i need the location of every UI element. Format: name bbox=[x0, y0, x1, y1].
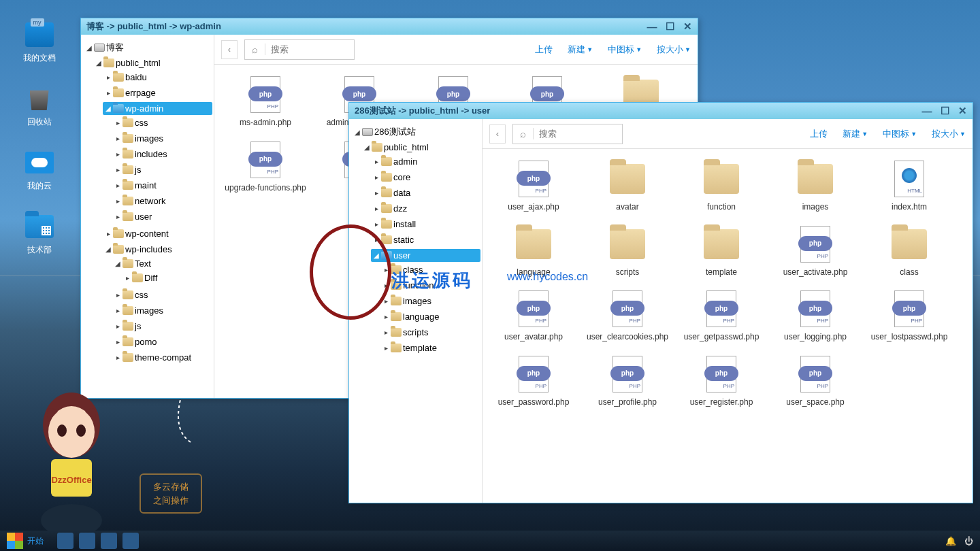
maximize-button[interactable]: ☐ bbox=[665, 22, 674, 31]
file-item[interactable]: ms-admin.php bbox=[221, 76, 310, 129]
tree-item[interactable]: ▸ function bbox=[380, 279, 480, 292]
minimize-button[interactable]: — bbox=[647, 22, 657, 31]
desktop-icon-tech[interactable]: 技术部 bbox=[20, 212, 58, 256]
file-item[interactable]: index.htm bbox=[865, 160, 953, 213]
file-item[interactable]: class bbox=[865, 225, 953, 278]
titlebar[interactable]: 286测试站 -> public_html -> user — ☐ ✕ bbox=[349, 103, 973, 119]
file-item[interactable]: template bbox=[677, 225, 766, 278]
minimize-button[interactable]: — bbox=[922, 106, 932, 116]
power-icon[interactable]: ⏻ bbox=[964, 536, 973, 546]
file-item[interactable]: user_getpasswd.php bbox=[677, 290, 766, 343]
file-item[interactable]: function bbox=[677, 160, 766, 213]
file-item[interactable]: user_profile.php bbox=[583, 355, 672, 408]
tree-item[interactable]: ▸ images bbox=[112, 132, 212, 145]
file-item[interactable]: user_ajax.php bbox=[489, 160, 578, 213]
svg-point-3 bbox=[76, 424, 86, 437]
tree-item[interactable]: ▸ pomo bbox=[112, 335, 212, 348]
sort-button[interactable]: 按大小▼ bbox=[932, 128, 966, 140]
tree-item[interactable]: ▸ maint bbox=[112, 179, 212, 192]
php-icon bbox=[704, 290, 739, 328]
tree-item[interactable]: ▸ js bbox=[112, 320, 212, 333]
tree-item[interactable]: ◢ user bbox=[371, 249, 480, 262]
tree-item[interactable]: ▸ wp-content bbox=[103, 227, 212, 240]
folder-icon bbox=[892, 225, 927, 263]
file-item[interactable]: scripts bbox=[583, 225, 672, 278]
new-button[interactable]: 新建▼ bbox=[568, 44, 593, 56]
file-item[interactable]: user_space.php bbox=[771, 355, 860, 408]
file-item[interactable]: user_clearcookies.php bbox=[583, 290, 672, 343]
file-item[interactable]: user_logging.php bbox=[771, 290, 860, 343]
tree-item[interactable]: ◢ wp-includes bbox=[103, 243, 212, 256]
tree-item[interactable]: ▸ js bbox=[112, 163, 212, 176]
search-box[interactable]: ⌕ bbox=[512, 124, 623, 144]
file-item[interactable]: images bbox=[771, 160, 860, 213]
php-icon bbox=[248, 76, 283, 114]
nav-back-button[interactable]: ‹ bbox=[221, 40, 238, 59]
tree-item[interactable]: ◢ public_html bbox=[93, 56, 212, 69]
file-name: scripts bbox=[616, 267, 640, 278]
tree-item[interactable]: ▸ scripts bbox=[380, 326, 480, 339]
taskbar-item[interactable] bbox=[122, 533, 139, 549]
tree-item[interactable]: ▸ data bbox=[371, 186, 480, 199]
sort-button[interactable]: 按大小▼ bbox=[657, 44, 691, 56]
tree-item[interactable]: ▸ user bbox=[112, 210, 212, 223]
tree-item[interactable]: ▸ images bbox=[380, 295, 480, 307]
tree-item[interactable]: ▸ css bbox=[112, 288, 212, 301]
tree-root[interactable]: ◢ 博客 bbox=[84, 40, 212, 55]
close-button[interactable]: ✕ bbox=[683, 22, 692, 31]
tree-item[interactable]: ▸ baidu bbox=[103, 71, 212, 84]
tree-item[interactable]: ▸ Diff bbox=[122, 271, 212, 284]
file-item[interactable]: user_avatar.php bbox=[489, 290, 578, 343]
new-button[interactable]: 新建▼ bbox=[843, 128, 868, 140]
file-item[interactable]: user_password.php bbox=[489, 355, 578, 408]
maximize-button[interactable]: ☐ bbox=[940, 106, 949, 116]
php-icon bbox=[892, 290, 927, 328]
tree-item[interactable]: ▸ admin bbox=[371, 155, 480, 168]
tree-item[interactable]: ▸ template bbox=[380, 341, 480, 354]
tree-root[interactable]: ◢ 286测试站 bbox=[352, 124, 480, 139]
desktop-icon-documents[interactable]: 我的文档 bbox=[20, 20, 58, 64]
tree-item[interactable]: ▸ core bbox=[371, 171, 480, 184]
file-name: template bbox=[706, 267, 737, 278]
file-item[interactable]: language bbox=[489, 225, 578, 278]
file-item[interactable]: user_register.php bbox=[677, 355, 766, 408]
search-box[interactable]: ⌕ bbox=[244, 39, 355, 60]
file-name: index.htm bbox=[892, 202, 927, 213]
upload-button[interactable]: 上传 bbox=[535, 44, 553, 56]
file-item[interactable]: user_lostpasswd.php bbox=[865, 290, 953, 343]
close-button[interactable]: ✕ bbox=[958, 106, 967, 116]
start-button[interactable] bbox=[7, 533, 23, 549]
file-item[interactable]: avatar bbox=[583, 160, 672, 213]
tree-item[interactable]: ◢ wp-admin bbox=[103, 102, 212, 115]
search-input[interactable] bbox=[534, 124, 622, 144]
taskbar-item[interactable] bbox=[79, 533, 95, 549]
upload-button[interactable]: 上传 bbox=[810, 128, 828, 140]
notification-icon[interactable]: 🔔 bbox=[945, 536, 956, 546]
desktop-icon-trash[interactable]: 回收站 bbox=[20, 84, 58, 128]
tree-item[interactable]: ▸ images bbox=[112, 304, 212, 317]
tree-item[interactable]: ▸ install bbox=[371, 218, 480, 231]
nav-back-button[interactable]: ‹ bbox=[489, 124, 506, 144]
search-input[interactable] bbox=[265, 40, 354, 59]
taskbar-item[interactable] bbox=[57, 533, 74, 549]
titlebar[interactable]: 博客 -> public_html -> wp-admin — ☐ ✕ bbox=[81, 18, 698, 35]
tree-item[interactable]: ▸ language bbox=[380, 310, 480, 323]
view-button[interactable]: 中图标▼ bbox=[608, 44, 642, 56]
tree-item[interactable]: ▸ includes bbox=[112, 148, 212, 161]
tree-item[interactable]: ▸ dzz bbox=[371, 202, 480, 215]
view-button[interactable]: 中图标▼ bbox=[883, 128, 917, 140]
file-name: user_register.php bbox=[690, 397, 753, 408]
desktop-icon-cloud[interactable]: 我的云 bbox=[20, 148, 58, 192]
file-name: user_space.php bbox=[786, 397, 844, 408]
tree-item[interactable]: ▸ static bbox=[371, 233, 480, 246]
tree-item[interactable]: ▸ errpage bbox=[103, 86, 212, 99]
file-item[interactable]: upgrade-functions.php bbox=[221, 141, 310, 194]
taskbar-item[interactable] bbox=[101, 533, 117, 549]
tree-item[interactable]: ▸ class bbox=[380, 263, 480, 276]
tree-item[interactable]: ◢ public_html bbox=[361, 141, 480, 154]
tree-item[interactable]: ▸ network bbox=[112, 195, 212, 207]
tree-item[interactable]: ◢ Text bbox=[112, 257, 212, 270]
tree-item[interactable]: ▸ css bbox=[112, 116, 212, 129]
file-item[interactable]: user_activate.php bbox=[771, 225, 860, 278]
tree-item[interactable]: ▸ theme-compat bbox=[112, 351, 212, 364]
